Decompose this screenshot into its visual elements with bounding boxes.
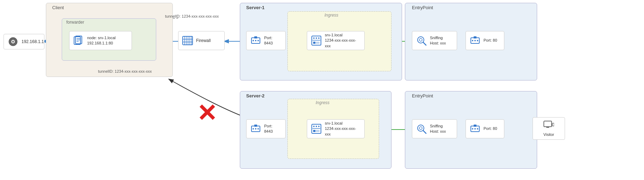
svg-point-53 bbox=[316, 126, 317, 127]
forwarder-region-label: forwarder bbox=[66, 20, 84, 25]
client-region-label: Client bbox=[52, 5, 64, 10]
svg-point-54 bbox=[318, 126, 320, 127]
svg-point-32 bbox=[313, 37, 315, 39]
srv1-local-node[interactable]: srv-1.local 1234-xxx-xxx-xxx-xxx bbox=[307, 31, 365, 50]
srv2-sniff-text: Sniffing Host: xxx bbox=[430, 124, 446, 134]
sniff-icon-2 bbox=[416, 123, 427, 134]
srv1-sniff-node[interactable]: Sniffing Host: xxx bbox=[412, 31, 457, 50]
svg-point-63 bbox=[472, 128, 473, 130]
srv1-port80-node[interactable]: Port: 80 bbox=[466, 31, 504, 50]
tunnel-label-top: tunnelID: 1234-xxx-xxx-xxx-xxx bbox=[165, 14, 219, 18]
srv2-port80-text: Port: 80 bbox=[484, 126, 497, 131]
svg-point-43 bbox=[472, 40, 473, 41]
svg-point-52 bbox=[313, 126, 315, 127]
svg-rect-42 bbox=[474, 36, 476, 38]
client-node[interactable]: 192.168.1.1 bbox=[4, 34, 44, 49]
visitor-node[interactable]: Visitor bbox=[533, 117, 565, 140]
svg-point-45 bbox=[477, 40, 478, 41]
srv1-port80-text: Port: 80 bbox=[484, 38, 497, 43]
svg-point-30 bbox=[257, 40, 259, 41]
svg-rect-62 bbox=[474, 125, 476, 127]
svg-point-49 bbox=[255, 128, 256, 130]
client-ip: 192.168.1.1 bbox=[22, 39, 44, 45]
svg-rect-14 bbox=[74, 37, 80, 44]
srv1-port-node[interactable]: Port: 8443 bbox=[246, 31, 286, 50]
srv2-port-text: Port: 8443 bbox=[264, 124, 282, 134]
svg-point-28 bbox=[253, 40, 254, 41]
svg-point-33 bbox=[316, 37, 317, 39]
svg-rect-37 bbox=[313, 42, 315, 44]
server2-region-label: Server-2 bbox=[246, 93, 265, 98]
forwarder-node[interactable]: node: srv-1.local 192.168.1.1:80 bbox=[69, 31, 132, 50]
srv2-local-text: srv-1.local 1234-xxx-xxx-xxx-xxx bbox=[325, 121, 361, 137]
svg-rect-69 bbox=[552, 123, 554, 126]
svg-rect-47 bbox=[254, 125, 257, 127]
srv2-sniff-node[interactable]: Sniffing Host: xxx bbox=[412, 119, 457, 138]
entrypoint2-region-label: EntryPoint bbox=[412, 93, 433, 98]
server1-region-label: Server-1 bbox=[246, 5, 265, 10]
port-icon-1 bbox=[250, 35, 261, 46]
svg-point-13 bbox=[12, 41, 14, 43]
entrypoint1-region-label: EntryPoint bbox=[412, 5, 433, 10]
svg-rect-57 bbox=[313, 130, 315, 132]
port80-icon-2 bbox=[469, 123, 481, 134]
port-icon-2 bbox=[250, 123, 261, 134]
svg-point-34 bbox=[318, 37, 320, 39]
svg-point-48 bbox=[253, 128, 254, 130]
svg-rect-51 bbox=[312, 124, 321, 133]
srv2-port-node[interactable]: Port: 8443 bbox=[246, 119, 286, 138]
forwarder-text: node: srv-1.local 192.168.1.1:80 bbox=[87, 35, 116, 46]
srv1-port-text: Port: 8443 bbox=[264, 35, 282, 46]
firewall-text: Firewall bbox=[196, 38, 211, 44]
visitor-icon bbox=[543, 119, 554, 131]
port80-icon-1 bbox=[469, 35, 481, 46]
srv1-sniff-text: Sniffing Host: xxx bbox=[430, 35, 446, 46]
server2-ingress-label: Ingress bbox=[316, 100, 329, 105]
tunnel-label-bottom: tunnelID: 1234-xxx-xxx-xxx-xxx bbox=[98, 69, 152, 73]
client-icon bbox=[7, 36, 19, 47]
svg-rect-31 bbox=[312, 36, 321, 45]
svg-point-29 bbox=[255, 40, 256, 41]
srv2-local-node[interactable]: srv-1.local 1234-xxx-xxx-xxx-xxx bbox=[307, 119, 365, 138]
svg-point-40 bbox=[419, 38, 422, 41]
svg-line-59 bbox=[423, 131, 426, 133]
firewall-icon bbox=[182, 35, 193, 46]
server1-ingress-label: Ingress bbox=[324, 13, 338, 18]
svg-point-65 bbox=[477, 128, 478, 130]
srv2-local-icon bbox=[311, 123, 322, 134]
firewall-node[interactable]: Firewall bbox=[178, 31, 225, 50]
diagram-container: Client forwarder Server-1 Ingress EntryP… bbox=[0, 0, 644, 180]
forwarder-icon bbox=[73, 35, 84, 46]
svg-point-64 bbox=[474, 128, 476, 130]
svg-rect-66 bbox=[544, 121, 552, 127]
visitor-text: Visitor bbox=[543, 132, 554, 137]
svg-point-44 bbox=[474, 40, 476, 41]
srv1-local-icon bbox=[311, 35, 322, 46]
svg-point-50 bbox=[257, 128, 259, 130]
svg-rect-27 bbox=[254, 36, 257, 38]
x-error-mark: ✕ bbox=[197, 101, 217, 125]
srv1-local-text: srv-1.local 1234-xxx-xxx-xxx-xxx bbox=[325, 32, 361, 49]
srv2-port80-node[interactable]: Port: 80 bbox=[466, 119, 504, 138]
svg-point-60 bbox=[419, 127, 422, 130]
svg-line-39 bbox=[423, 42, 426, 45]
sniff-icon-1 bbox=[416, 35, 427, 46]
